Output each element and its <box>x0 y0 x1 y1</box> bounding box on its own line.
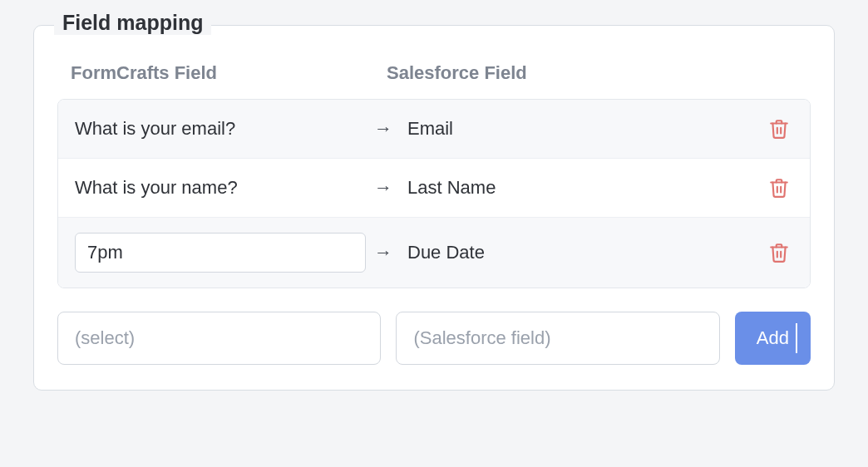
arrow-icon: → <box>374 177 407 199</box>
add-button-label: Add <box>757 327 789 349</box>
delete-button[interactable] <box>765 115 793 143</box>
mapping-source-input[interactable] <box>75 233 366 273</box>
header-salesforce-field: Salesforce Field <box>387 62 797 84</box>
mapping-target: Email <box>407 118 755 140</box>
trash-icon <box>768 118 790 140</box>
mapping-row: What is your email? → Email <box>58 100 810 158</box>
mapping-source: What is your name? <box>75 177 374 199</box>
delete-button[interactable] <box>765 238 793 267</box>
mapping-source: What is your email? <box>75 118 374 140</box>
field-mapping-section: Field mapping FormCrafts Field Salesforc… <box>33 25 835 391</box>
target-select[interactable]: (Salesforce field) <box>396 312 719 365</box>
trash-icon <box>768 177 790 199</box>
text-cursor-icon <box>796 323 797 353</box>
mapping-row: What is your name? → Last Name <box>58 158 810 217</box>
add-button[interactable]: Add <box>735 312 811 365</box>
section-title: Field mapping <box>54 11 211 35</box>
header-formcrafts-field: FormCrafts Field <box>71 62 387 84</box>
source-select[interactable]: (select) <box>57 312 381 365</box>
mapping-list: What is your email? → Email What is your… <box>57 99 811 288</box>
column-headers: FormCrafts Field Salesforce Field <box>57 51 811 99</box>
mapping-target: Due Date <box>407 242 755 263</box>
arrow-icon: → <box>374 118 407 140</box>
mapping-target: Last Name <box>407 177 755 199</box>
arrow-icon: → <box>374 242 407 263</box>
mapping-row: → Due Date <box>58 217 810 288</box>
add-mapping-row: (select) (Salesforce field) Add <box>57 312 811 365</box>
trash-icon <box>768 242 790 263</box>
delete-button[interactable] <box>765 174 793 202</box>
